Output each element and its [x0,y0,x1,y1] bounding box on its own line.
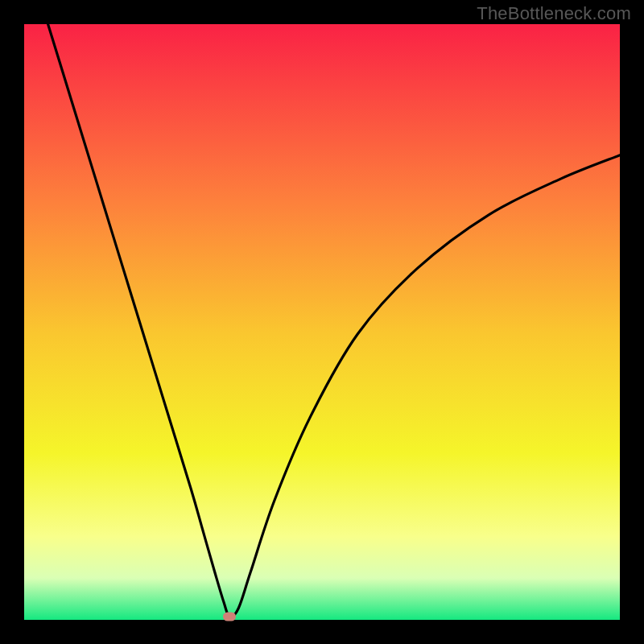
chart-frame: TheBottleneck.com [0,0,644,644]
bottleneck-curve [24,24,620,620]
optimal-point-marker [223,613,236,621]
plot-area [24,24,620,620]
watermark-text: TheBottleneck.com [477,3,631,24]
